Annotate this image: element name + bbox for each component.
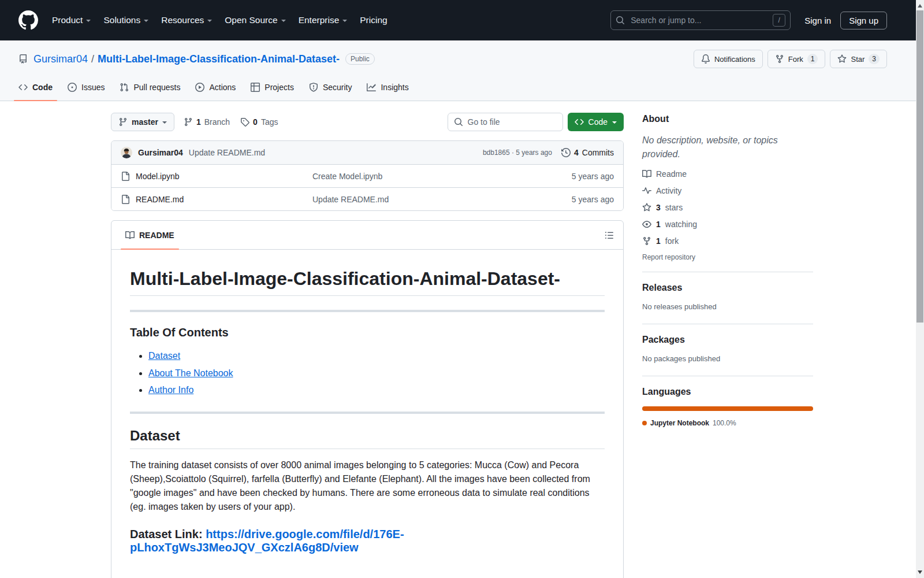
branch-count: 1 xyxy=(196,117,201,127)
dataset-link-label: Dataset Link: xyxy=(130,528,206,540)
sign-in-link[interactable]: Sign in xyxy=(804,16,831,25)
global-search[interactable]: / xyxy=(610,10,791,30)
report-repository-link[interactable]: Report repository xyxy=(642,253,813,261)
file-commit-message[interactable]: Create Model.ipynb xyxy=(312,172,572,181)
commit-sha-time[interactable]: bdb1865 · 5 years ago xyxy=(483,149,552,157)
file-commit-time: 5 years ago xyxy=(572,195,614,204)
tab-projects[interactable]: Projects xyxy=(246,74,299,101)
fork-button[interactable]: Fork 1 xyxy=(767,50,826,68)
tab-readme[interactable]: README xyxy=(121,221,179,249)
file-icon xyxy=(121,195,130,204)
menu-open-source[interactable]: Open Source xyxy=(225,15,285,25)
breadcrumb-repo-link[interactable]: Multi-Label-Image-Classification-Animal-… xyxy=(98,53,340,65)
dataset-paragraph: The training dataset consists of over 80… xyxy=(130,458,605,514)
commit-message-link[interactable]: Update README.md xyxy=(189,148,265,157)
toc-link-dataset[interactable]: Dataset xyxy=(148,351,180,361)
repo-tabs: Code Issues Pull requests Actions Projec… xyxy=(0,74,924,101)
menu-solutions[interactable]: Solutions xyxy=(103,15,148,25)
breadcrumb-separator: / xyxy=(88,53,98,65)
divider xyxy=(130,310,605,312)
scroll-up-arrow-icon[interactable] xyxy=(916,1,924,10)
file-commit-time: 5 years ago xyxy=(572,172,614,181)
file-toolbar: master 1 Branch 0 Tags xyxy=(111,113,624,131)
outline-menu-button[interactable] xyxy=(605,231,614,240)
fork-icon xyxy=(775,54,784,64)
tab-actions-label: Actions xyxy=(209,83,236,92)
dataset-heading: Dataset xyxy=(130,428,605,449)
sidebar-item-watching[interactable]: 1 watching xyxy=(642,220,813,229)
avatar[interactable] xyxy=(121,147,132,158)
tab-code-label: Code xyxy=(32,83,53,92)
toc-link-author[interactable]: Author Info xyxy=(148,385,193,395)
sidebar-item-readme[interactable]: Readme xyxy=(642,169,813,179)
file-commit-message[interactable]: Update README.md xyxy=(312,195,572,204)
readme-header: README xyxy=(111,221,623,250)
tag-count-label: Tags xyxy=(261,117,278,127)
star-button[interactable]: Star 3 xyxy=(830,50,887,68)
code-icon xyxy=(575,117,584,127)
menu-enterprise[interactable]: Enterprise xyxy=(299,15,348,25)
tab-code[interactable]: Code xyxy=(14,74,57,101)
sidebar-item-stars[interactable]: 3 stars xyxy=(642,203,813,212)
chevron-down-icon xyxy=(86,20,91,22)
pull-request-icon xyxy=(120,83,129,92)
scrollbar-thumb[interactable] xyxy=(916,10,923,323)
sidebar-item-forks[interactable]: 1 fork xyxy=(642,236,813,246)
branches-link[interactable]: 1 Branch xyxy=(184,117,230,127)
branch-selector[interactable]: master xyxy=(111,113,174,131)
language-legend-item[interactable]: Jupyter Notebook 100.0% xyxy=(642,419,813,427)
languages-section: Languages Jupyter Notebook 100.0% xyxy=(642,387,813,438)
fork-count: 1 xyxy=(807,54,818,64)
search-input[interactable] xyxy=(629,15,768,25)
github-logo-icon[interactable] xyxy=(18,10,38,30)
goto-file-search[interactable] xyxy=(448,113,563,131)
menu-product[interactable]: Product xyxy=(52,15,91,25)
tab-insights[interactable]: Insights xyxy=(362,74,413,101)
divider xyxy=(130,412,605,414)
commit-author-link[interactable]: Gursimar04 xyxy=(138,148,183,157)
goto-file-input[interactable] xyxy=(467,117,557,127)
list-item: About The Notebook xyxy=(148,366,605,381)
tab-pull-requests[interactable]: Pull requests xyxy=(115,74,185,101)
chevron-down-icon xyxy=(162,121,167,124)
sign-up-button[interactable]: Sign up xyxy=(840,12,887,29)
repo-header: Gursimar04 / Multi-Label-Image-Classific… xyxy=(0,40,924,101)
tab-issues[interactable]: Issues xyxy=(63,74,109,101)
code-download-button[interactable]: Code xyxy=(568,113,624,131)
shield-icon xyxy=(309,83,318,92)
file-link[interactable]: README.md xyxy=(121,195,312,204)
file-link[interactable]: Model.ipynb xyxy=(121,172,312,181)
commit-history-link[interactable]: 4 Commits xyxy=(561,148,614,157)
language-percent: 100.0% xyxy=(713,419,736,427)
releases-section: Releases No releases published xyxy=(642,283,813,324)
packages-section: Packages No packages published xyxy=(642,335,813,376)
tab-security[interactable]: Security xyxy=(304,74,357,101)
page-scrollbar[interactable] xyxy=(916,0,924,578)
menu-resources[interactable]: Resources xyxy=(161,15,212,25)
menu-pricing[interactable]: Pricing xyxy=(360,15,387,25)
tab-issues-label: Issues xyxy=(81,83,105,92)
sidebar-item-activity[interactable]: Activity xyxy=(642,186,813,195)
search-icon xyxy=(454,117,463,127)
tag-icon xyxy=(240,117,249,127)
file-name: README.md xyxy=(136,195,184,204)
main-content: master 1 Branch 0 Tags xyxy=(111,101,813,578)
book-icon xyxy=(642,169,651,179)
tab-actions[interactable]: Actions xyxy=(191,74,240,101)
language-dot-icon xyxy=(642,421,647,425)
toc-link-notebook[interactable]: About The Notebook xyxy=(148,368,233,378)
search-icon xyxy=(616,16,625,25)
fork-label: Fork xyxy=(788,55,803,64)
code-icon xyxy=(18,83,28,92)
breadcrumb-owner-link[interactable]: Gursimar04 xyxy=(33,53,88,65)
tag-count: 0 xyxy=(253,117,258,127)
notifications-button[interactable]: Notifications xyxy=(694,50,763,68)
watching-count: 1 xyxy=(656,220,661,229)
scroll-down-arrow-icon[interactable] xyxy=(916,568,924,577)
main-menu: Product Solutions Resources Open Source … xyxy=(52,15,388,25)
table-row: README.md Update README.md 5 years ago xyxy=(111,187,623,210)
notifications-label: Notifications xyxy=(714,55,755,64)
slash-shortcut-key: / xyxy=(773,14,785,27)
tags-link[interactable]: 0 Tags xyxy=(240,117,278,127)
latest-commit-bar: Gursimar04 Update README.md bdb1865 · 5 … xyxy=(111,141,623,164)
